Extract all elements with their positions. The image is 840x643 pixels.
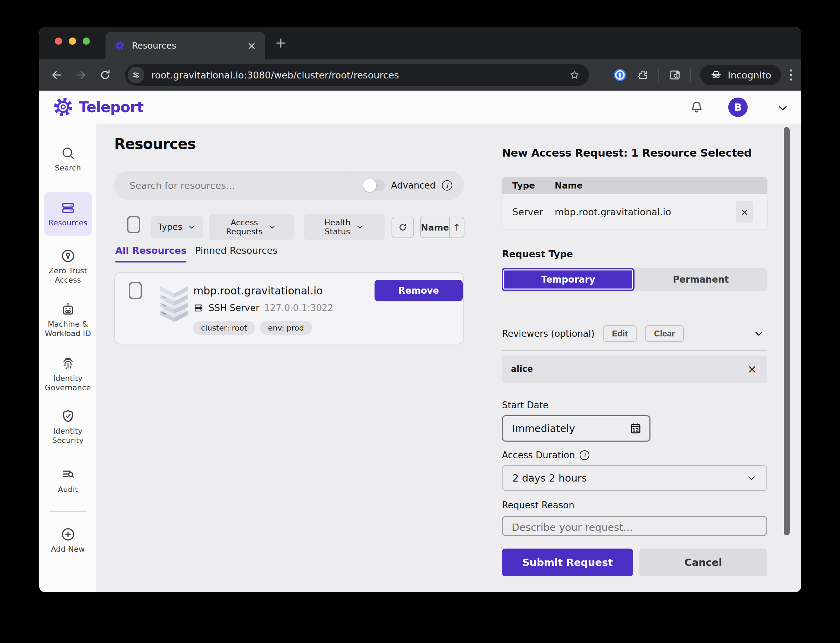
access-duration-value: 2 days 2 hours — [512, 472, 745, 484]
start-date-label: Start Date — [502, 400, 548, 410]
sidebar-item-zero-trust-access[interactable]: Zero Trust Access — [39, 248, 96, 285]
reload-icon[interactable] — [98, 68, 112, 82]
tab-pinned-resources[interactable]: Pinned Resources — [195, 245, 278, 256]
server-icon — [193, 303, 204, 313]
resource-checkbox[interactable] — [129, 282, 142, 299]
panel-title: New Access Request: 1 Resource Selected — [502, 147, 752, 159]
sidebar-item-identity-governance[interactable]: Identity Governance — [39, 356, 96, 392]
reviewers-clear-button[interactable]: Clear — [645, 325, 684, 342]
browser-tab[interactable]: Resources × — [106, 32, 265, 59]
label-chip[interactable]: env: prod — [260, 321, 312, 335]
request-type-permanent-button[interactable]: Permanent — [634, 268, 767, 291]
window-close-button[interactable] — [55, 38, 62, 45]
fingerprint-icon — [60, 356, 76, 372]
remove-reviewer-icon[interactable]: × — [747, 362, 757, 376]
sidebar-nav: Search Resources Zero Trust Access — [39, 124, 97, 592]
request-type-label: Request Type — [502, 249, 573, 259]
address-bar[interactable]: root.gravitational.io:3080/web/cluster/r… — [125, 64, 589, 86]
bookmark-star-icon[interactable] — [568, 69, 581, 81]
tab-close-icon[interactable]: × — [247, 40, 256, 51]
types-filter-dropdown[interactable]: Types — [151, 216, 203, 238]
teleport-header: Teleport B — [39, 91, 801, 124]
request-reason-textarea[interactable] — [502, 516, 767, 536]
advanced-toggle[interactable] — [363, 180, 385, 191]
access-duration-info-icon[interactable]: i — [580, 450, 589, 460]
page-scrollbar[interactable] — [784, 127, 789, 535]
advanced-search-control: Advanced i — [352, 180, 464, 191]
access-duration-select[interactable]: 2 days 2 hours — [502, 465, 767, 491]
chevron-down-icon — [267, 222, 277, 232]
back-icon[interactable] — [50, 68, 64, 82]
url-text[interactable]: root.gravitational.io:3080/web/cluster/r… — [151, 70, 568, 80]
sidebar-divider — [49, 511, 87, 512]
resource-meta: SSH Server 127.0.0.1:3022 — [193, 303, 333, 313]
notifications-bell-icon[interactable] — [689, 100, 704, 115]
reviewers-header: Reviewers (optional) Edit Clear — [502, 325, 767, 342]
active-tab-underline — [115, 261, 186, 263]
resource-kind: SSH Server — [209, 303, 259, 313]
teleport-gear-icon — [53, 97, 73, 117]
toolbar-divider — [690, 68, 691, 82]
forward-icon[interactable] — [74, 68, 88, 82]
reviewers-collapse-chevron-icon[interactable] — [752, 327, 765, 340]
sidebar-item-resources[interactable]: Resources — [39, 200, 96, 227]
sidebar-item-identity-security[interactable]: Identity Security — [39, 408, 96, 445]
remove-resource-button[interactable]: Remove — [375, 280, 463, 301]
column-header-type: Type — [512, 181, 543, 191]
refresh-resources-button[interactable] — [391, 217, 414, 238]
health-status-filter-dropdown[interactable]: Health Status — [304, 214, 385, 240]
request-type-temporary-button[interactable]: Temporary — [502, 268, 634, 291]
reviewers-label: Reviewers (optional) — [502, 328, 595, 339]
reviewers-edit-button[interactable]: Edit — [603, 325, 636, 342]
cancel-button[interactable]: Cancel — [639, 548, 767, 576]
new-tab-button[interactable] — [274, 36, 288, 50]
window-zoom-button[interactable] — [83, 38, 90, 45]
keyhole-lock-icon — [60, 248, 76, 264]
resource-name[interactable]: mbp.root.gravitational.io — [193, 285, 323, 297]
reviewer-row: alice × — [502, 356, 767, 383]
account-chevron-down-icon[interactable] — [776, 101, 789, 115]
request-type-segmented-control: Temporary Permanent — [502, 268, 767, 291]
resources-search-bar: Advanced i — [114, 171, 464, 200]
incognito-label: Incognito — [728, 70, 771, 80]
resource-labels: cluster: root env: prod — [193, 321, 312, 335]
site-settings-button[interactable] — [128, 67, 144, 83]
chevron-down-icon — [356, 222, 364, 232]
chevron-down-icon — [745, 472, 757, 484]
browser-menu-icon[interactable] — [790, 69, 792, 80]
calendar-icon[interactable]: 12 — [629, 421, 643, 436]
search-icon — [60, 145, 76, 161]
side-panel-search-icon[interactable] — [668, 69, 681, 82]
select-all-checkbox[interactable] — [127, 216, 140, 233]
tab-all-resources[interactable]: All Resources — [115, 245, 186, 263]
password-manager-extension-icon[interactable] — [613, 68, 627, 82]
label-chip[interactable]: cluster: root — [193, 321, 255, 335]
user-avatar[interactable]: B — [728, 98, 748, 117]
audit-log-search-icon — [60, 467, 76, 483]
extensions-puzzle-icon[interactable] — [636, 69, 649, 82]
access-requests-filter-dropdown[interactable]: Access Requests — [209, 214, 294, 240]
sidebar-item-audit[interactable]: Audit — [39, 467, 96, 494]
teleport-favicon-gear-icon — [114, 40, 125, 51]
remove-from-request-button[interactable]: × — [736, 201, 753, 222]
access-request-panel: New Access Request: 1 Resource Selected … — [502, 124, 767, 592]
search-input[interactable] — [114, 171, 352, 200]
resource-type-cell: Server — [512, 207, 543, 217]
svg-text:12: 12 — [632, 427, 639, 432]
shield-check-icon — [60, 408, 76, 424]
resource-card[interactable]: mbp.root.gravitational.io SSH Server 127… — [114, 272, 464, 344]
advanced-info-icon[interactable]: i — [442, 180, 452, 191]
resources-main: Resources Advanced i Types Access R — [97, 124, 801, 592]
sidebar-item-machine-workload-id[interactable]: Machine & Workload ID — [39, 301, 96, 338]
submit-request-button[interactable]: Submit Request — [502, 548, 633, 576]
sidebar-item-search[interactable]: Search — [39, 145, 96, 173]
plus-circle-icon — [60, 526, 76, 542]
teleport-logo[interactable]: Teleport — [53, 97, 144, 117]
resource-address: 127.0.0.1:3022 — [264, 303, 333, 313]
sidebar-item-add-new[interactable]: Add New — [39, 526, 96, 554]
start-date-input[interactable]: Immediately 12 — [502, 415, 651, 442]
sort-by-name-button[interactable]: Name ↑ — [420, 217, 465, 238]
servers-icon — [60, 200, 76, 216]
browser-tab-strip: Resources × — [39, 27, 801, 59]
window-minimize-button[interactable] — [69, 38, 76, 45]
